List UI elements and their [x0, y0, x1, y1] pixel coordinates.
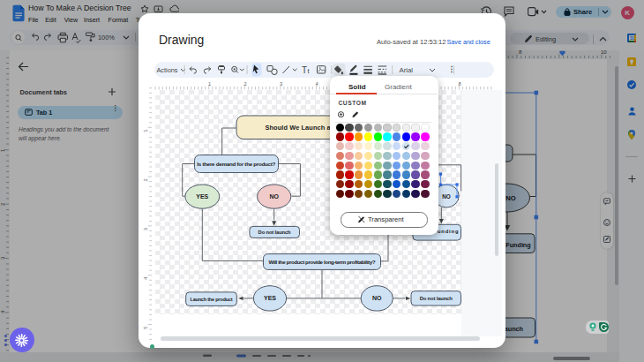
svg-text:2: 2	[143, 178, 148, 181]
svg-text:8: 8	[458, 81, 461, 87]
svg-text:5: 5	[143, 327, 148, 329]
svg-text:NO: NO	[442, 192, 451, 199]
svg-text:t: t	[307, 66, 310, 74]
svg-text:4: 4	[143, 276, 148, 280]
svg-text:NO: NO	[269, 193, 279, 200]
svg-text:T: T	[302, 64, 307, 74]
svg-text:NO: NO	[372, 295, 382, 301]
svg-text:3: 3	[279, 81, 281, 87]
svg-text:Will the product provide long-: Will the product provide long-term profi…	[269, 259, 376, 265]
svg-text:Do not launch: Do not launch	[258, 230, 291, 235]
svg-text:Is there demand for the produc: Is there demand for the product?	[197, 161, 275, 167]
svg-text:1: 1	[207, 81, 210, 87]
svg-text:Do not launch: Do not launch	[420, 296, 453, 301]
svg-text:4: 4	[315, 81, 318, 87]
svg-text:YES: YES	[196, 193, 208, 200]
svg-text:2: 2	[243, 81, 246, 87]
svg-text:1: 1	[143, 129, 148, 132]
svg-text:Launch the product: Launch the product	[191, 296, 233, 301]
svg-text:3: 3	[143, 228, 148, 230]
svg-text:YES: YES	[264, 295, 276, 301]
